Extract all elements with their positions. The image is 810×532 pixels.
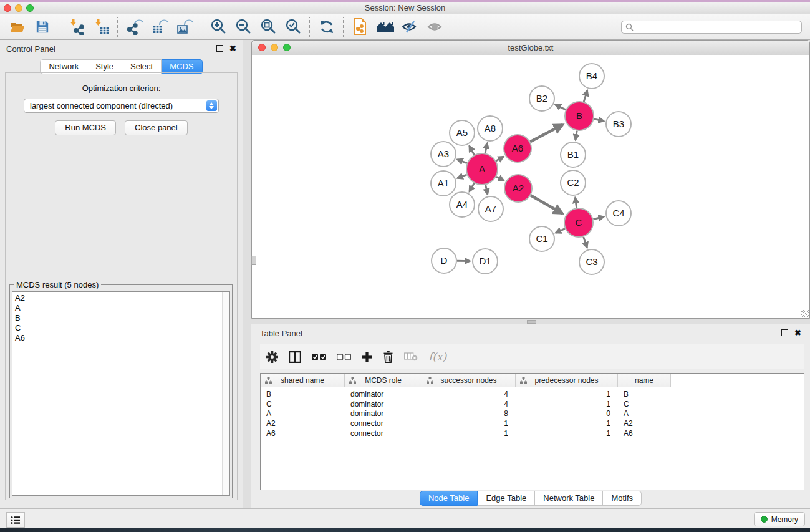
node-C2[interactable]: C2 [561, 170, 586, 195]
save-session-button[interactable] [30, 16, 55, 38]
table-row-a[interactable]: Adominator80A [261, 409, 804, 419]
node-C3[interactable]: C3 [579, 249, 604, 274]
edge-B-B1[interactable] [576, 131, 577, 140]
close-panel-button[interactable]: ✖ [229, 46, 236, 52]
edge-B-B2[interactable] [556, 105, 566, 110]
network-window-titlebar[interactable]: testGlobe.txt [252, 41, 809, 56]
tab-edge-table[interactable]: Edge Table [478, 491, 535, 506]
edge-A-A2[interactable] [496, 177, 504, 180]
open-session-button[interactable] [5, 16, 30, 38]
node-A5[interactable]: A5 [450, 120, 475, 145]
import-network-button[interactable] [64, 16, 89, 38]
network-graph[interactable]: B4B2BB3A8A5A6A3B1AA1C2A2A4A7C4CC1C3DD1 [252, 55, 809, 317]
table-row-a2[interactable]: A2connector11A2 [261, 418, 804, 428]
resize-grip-icon[interactable] [801, 310, 809, 317]
result-item-a2[interactable]: A2 [12, 293, 229, 303]
node-A1[interactable]: A1 [431, 171, 456, 196]
import-table-button[interactable] [89, 16, 113, 38]
export-table-button[interactable] [147, 16, 172, 38]
node-B2[interactable]: B2 [529, 86, 554, 111]
result-item-b[interactable]: B [12, 313, 229, 323]
mcds-result-list[interactable]: A2ABCA6 [12, 291, 230, 496]
node-B3[interactable]: B3 [606, 112, 631, 137]
column-header-name[interactable]: name [618, 374, 671, 387]
edge-A-A8[interactable] [485, 143, 487, 153]
edge-A-A5[interactable] [470, 146, 475, 155]
edge-A-A3[interactable] [457, 160, 466, 163]
close-table-panel-button[interactable]: ✖ [794, 330, 801, 336]
criterion-select[interactable]: largest connected component (directed) [24, 99, 219, 113]
zoom-fit-button[interactable] [256, 16, 281, 38]
node-A7[interactable]: A7 [478, 196, 503, 221]
tab-node-table[interactable]: Node Table [420, 491, 478, 506]
tab-network-table[interactable]: Network Table [535, 491, 603, 506]
new-network-from-selection-button[interactable] [348, 16, 373, 38]
table-row-a6[interactable]: A6connector11A6 [261, 428, 804, 438]
column-header-predecessor-nodes[interactable]: predecessor nodes [516, 374, 618, 387]
export-network-button[interactable] [122, 16, 147, 38]
edge-A-A7[interactable] [486, 185, 488, 194]
run-mcds-button[interactable]: Run MCDS [55, 120, 116, 135]
show-columns-button[interactable] [289, 349, 301, 365]
result-item-a[interactable]: A [12, 303, 229, 313]
edge-A6-B[interactable] [530, 125, 562, 142]
zoom-out-button[interactable] [231, 16, 256, 38]
table-row-b[interactable]: Bdominator41B [261, 389, 804, 399]
zoom-selected-button[interactable] [281, 16, 306, 38]
zoom-selected-icon [285, 19, 301, 35]
cell-shared-name: A [261, 409, 345, 418]
node-A3[interactable]: A3 [431, 142, 456, 167]
show-panels-button[interactable] [6, 512, 25, 528]
float-table-panel-button[interactable] [781, 329, 788, 336]
node-B[interactable]: B [565, 102, 594, 130]
zoom-in-button[interactable] [206, 16, 231, 38]
node-A[interactable]: A [466, 153, 498, 185]
result-item-a6[interactable]: A6 [12, 333, 229, 343]
edge-A-A6[interactable] [496, 157, 504, 161]
edge-C-C3[interactable] [584, 237, 587, 248]
table-row-c[interactable]: Cdominator41C [261, 399, 804, 409]
node-C4[interactable]: C4 [606, 201, 631, 226]
edge-C-C4[interactable] [593, 217, 604, 220]
float-panel-button[interactable] [216, 45, 223, 52]
node-C[interactable]: C [564, 208, 593, 237]
edge-B-B4[interactable] [584, 90, 587, 102]
export-image-button[interactable] [172, 16, 197, 38]
edge-A2-C[interactable] [531, 195, 562, 213]
close-panel-button-mcds[interactable]: Close panel [125, 120, 188, 135]
refresh-button[interactable] [314, 16, 339, 38]
node-C1[interactable]: C1 [529, 226, 554, 251]
birdseye-button[interactable] [423, 16, 448, 38]
node-A4[interactable]: A4 [450, 192, 475, 217]
hide-graphics-button[interactable] [398, 16, 423, 38]
home-networks-button[interactable] [373, 16, 398, 38]
column-header-MCDS-role[interactable]: MCDS role [345, 374, 422, 387]
node-D1[interactable]: D1 [473, 249, 498, 274]
edge-C-C1[interactable] [556, 229, 565, 233]
deselect-all-button[interactable] [337, 349, 351, 365]
search-input[interactable] [636, 22, 798, 32]
network-canvas[interactable]: B4B2BB3A8A5A6A3B1AA1C2A2A4A7C4CC1C3DD1 [252, 55, 809, 318]
edge-B-B3[interactable] [594, 119, 604, 121]
node-D[interactable]: D [432, 248, 456, 273]
node-A6[interactable]: A6 [504, 135, 531, 162]
column-header-successor-nodes[interactable]: successor nodes [422, 374, 516, 387]
edge-A-A4[interactable] [470, 183, 475, 191]
memory-button[interactable]: Memory [754, 512, 805, 526]
canvas-scroll-thumb[interactable] [251, 256, 256, 265]
result-scrollbar[interactable] [222, 292, 229, 495]
table-settings-button[interactable] [266, 349, 278, 365]
node-B4[interactable]: B4 [579, 64, 604, 89]
column-header-shared-name[interactable]: shared name [261, 374, 345, 387]
edge-C-C2[interactable] [575, 198, 576, 208]
add-column-button[interactable] [362, 349, 372, 365]
edge-A-A1[interactable] [458, 175, 467, 178]
select-all-button[interactable] [312, 349, 326, 365]
tab-motifs[interactable]: Motifs [603, 491, 642, 506]
node-B1[interactable]: B1 [561, 142, 586, 167]
result-item-c[interactable]: C [12, 323, 229, 333]
canvas-scroll-thumb-horizontal[interactable] [527, 320, 536, 324]
node-A8[interactable]: A8 [478, 116, 503, 141]
node-A2[interactable]: A2 [504, 175, 532, 202]
delete-column-button[interactable] [383, 349, 393, 365]
